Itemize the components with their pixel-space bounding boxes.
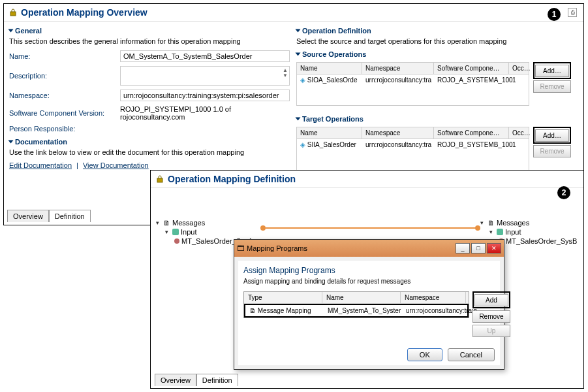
tree-node-input[interactable]: ▾Input xyxy=(165,227,286,237)
col-namespace: Namespace xyxy=(362,63,434,74)
tab-definition[interactable]: Definition xyxy=(49,210,91,222)
mapping-icon: 🗎 xyxy=(249,307,256,314)
svg-rect-0 xyxy=(10,12,16,16)
tree-node-messages[interactable]: ▾🗎Messages xyxy=(480,218,578,227)
col-namespace: Namespace xyxy=(401,292,466,303)
opdef-heading[interactable]: Operation Definition xyxy=(296,27,578,35)
right-column: Operation Definition Select the source a… xyxy=(296,22,578,171)
mapping-programs-table: Type Name Namespace 🗎 Message Mapping MM… xyxy=(243,291,469,318)
dialog-titlebar[interactable]: 🗔 Mapping Programs _ □ ✕ xyxy=(234,240,504,257)
remove-target-button[interactable]: Remove xyxy=(533,145,571,157)
col-occ: Occ… xyxy=(509,63,529,74)
col-swc: Software Compone… xyxy=(434,127,509,139)
col-swc: Software Compone… xyxy=(434,63,509,74)
mapping-programs-dialog: 🗔 Mapping Programs _ □ ✕ Assign Mapping … xyxy=(234,239,504,370)
panel1-header: Operation Mapping Overview xyxy=(4,4,583,22)
tree-node-mt-right[interactable]: MT_SalesOrder_SysB xyxy=(499,237,578,246)
add-mapping-button[interactable]: Add xyxy=(474,294,508,306)
lock-icon xyxy=(156,175,164,183)
cancel-button[interactable]: Cancel xyxy=(448,348,495,361)
service-interface-icon: ◈ xyxy=(300,76,305,84)
expand-icon[interactable]: ▾ xyxy=(489,229,495,235)
documentation-heading[interactable]: Documentation xyxy=(9,138,290,146)
tab-overview[interactable]: Overview xyxy=(155,374,196,386)
expand-icon[interactable]: ▾ xyxy=(156,220,161,226)
expand-icon[interactable]: ▾ xyxy=(165,229,170,235)
tree-node-messages[interactable]: ▾🗎Messages xyxy=(156,218,286,227)
link-separator: | xyxy=(76,161,78,169)
lock-icon xyxy=(9,8,17,16)
collapse-icon xyxy=(296,53,301,56)
panel1-content: General This section describes the gener… xyxy=(4,22,583,171)
export-icon[interactable]: ⎙ xyxy=(568,8,577,17)
app-icon: 🗔 xyxy=(237,244,244,252)
messages-icon: 🗎 xyxy=(163,219,170,227)
tab-overview[interactable]: Overview xyxy=(7,210,49,222)
name-field[interactable] xyxy=(120,50,290,62)
tree-node-input[interactable]: ▾Input xyxy=(489,227,578,237)
dialog-heading: Assign Mapping Programs xyxy=(243,266,495,275)
col-name: Name xyxy=(297,127,362,139)
spinner-icon[interactable]: ▲▼ xyxy=(283,68,288,78)
panel1-tabs: Overview Definition xyxy=(7,210,91,222)
minimize-button[interactable]: _ xyxy=(456,243,470,253)
swcv-label: Software Component Version: xyxy=(9,109,120,117)
description-label: Description: xyxy=(9,72,120,80)
responsible-label: Person Responsible: xyxy=(9,125,120,133)
remove-source-button[interactable]: Remove xyxy=(533,80,571,93)
connector-dot xyxy=(475,225,480,231)
documentation-desc: Use the link below to view or edit the d… xyxy=(9,148,290,156)
input-icon xyxy=(172,229,179,235)
add-target-button[interactable]: Add… xyxy=(535,129,569,142)
col-name: Name xyxy=(297,63,362,74)
highlight-box: Add… xyxy=(533,62,571,79)
target-ops-table: Name Namespace Software Compone… Occ… ◈ … xyxy=(296,127,529,171)
table-row[interactable]: ◈ SIOA_SalesOrde urn:rojoconsultancy:tra… xyxy=(297,74,529,86)
highlight-box: Add xyxy=(472,291,510,308)
swcv-value: ROJO_PI_SYSTEMPI_1000 1.0 of rojoconsult… xyxy=(120,105,290,121)
add-source-button[interactable]: Add… xyxy=(535,65,569,77)
col-type: Type xyxy=(244,292,322,303)
target-ops-heading[interactable]: Target Operations xyxy=(296,115,578,123)
edit-documentation-link[interactable]: Edit Documentation xyxy=(9,161,72,169)
up-button[interactable]: Up xyxy=(472,325,510,337)
messages-icon: 🗎 xyxy=(487,219,495,227)
source-ops-table: Name Namespace Software Compone… Occ… ◈ … xyxy=(296,62,529,106)
highlight-box: Add… xyxy=(533,127,571,144)
close-button[interactable]: ✕ xyxy=(487,243,501,253)
panel2-tabs: Overview Definition xyxy=(155,374,238,386)
general-desc: This section describes the general infor… xyxy=(9,37,290,45)
collapse-icon xyxy=(8,140,14,144)
col-namespace: Namespace xyxy=(362,127,434,139)
collapse-icon xyxy=(296,29,301,33)
ok-button[interactable]: OK xyxy=(407,348,442,361)
table-row[interactable]: 🗎 Message Mapping MM_SystemA_To_Syster u… xyxy=(244,304,469,318)
col-occ: Occ… xyxy=(509,127,529,139)
general-heading[interactable]: General xyxy=(9,27,290,35)
input-icon xyxy=(497,229,503,235)
maximize-button[interactable]: □ xyxy=(471,243,486,253)
dialog-body: Assign Mapping Programs Assign mapping a… xyxy=(238,261,500,365)
message-type-icon xyxy=(174,238,179,244)
service-interface-icon: ◈ xyxy=(300,141,305,148)
table-row[interactable]: ◈ SIIA_SalesOrder urn:rojoconsultancy:tr… xyxy=(297,139,529,150)
panel2-title: Operation Mapping Definition xyxy=(168,174,296,184)
expand-icon[interactable]: ▾ xyxy=(480,220,486,226)
connector-line xyxy=(266,227,480,229)
dialog-title: Mapping Programs xyxy=(247,244,307,252)
tab-definition[interactable]: Definition xyxy=(196,374,238,386)
name-label: Name: xyxy=(9,52,120,60)
source-ops-heading[interactable]: Source Operations xyxy=(296,50,578,58)
connector-dot xyxy=(260,225,266,231)
panel1-title: Operation Mapping Overview xyxy=(21,7,147,18)
view-documentation-link[interactable]: View Documentation xyxy=(83,161,149,169)
collapse-icon xyxy=(8,29,14,33)
remove-mapping-button[interactable]: Remove xyxy=(472,310,510,323)
description-field[interactable]: ▲▼ xyxy=(120,66,290,86)
namespace-label: Namespace: xyxy=(9,91,120,99)
col-name: Name xyxy=(322,292,401,303)
left-column: General This section describes the gener… xyxy=(9,22,296,171)
namespace-field[interactable] xyxy=(120,90,290,101)
collapse-icon xyxy=(296,118,301,121)
dialog-subheading: Assign mapping and binding details for r… xyxy=(243,278,495,285)
